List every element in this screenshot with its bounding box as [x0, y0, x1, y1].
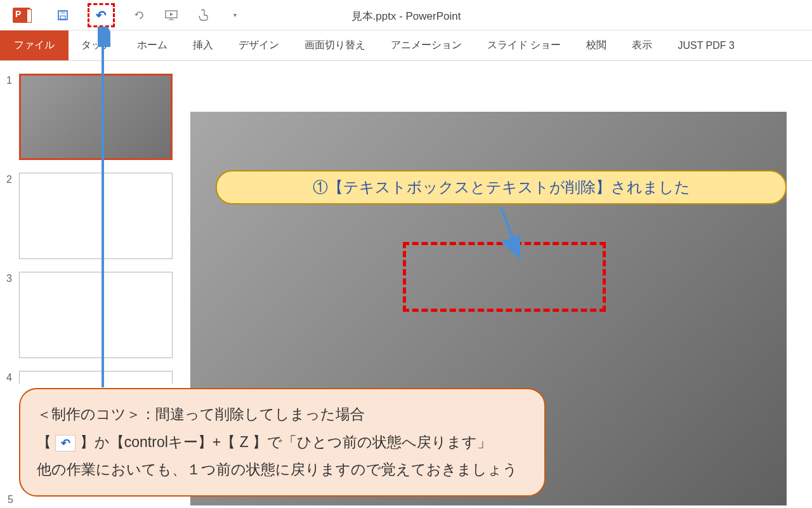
slide-thumbnail-1[interactable] [19, 74, 173, 160]
redo-button[interactable] [133, 8, 147, 22]
thumbnail-number: 2 [6, 173, 19, 185]
annotation-tip-box: ＜制作のコツ＞：間違って削除してしまった場合 【 ↶ 】か【controlキー】… [19, 388, 546, 497]
tab-touch[interactable]: タッチ [69, 30, 124, 60]
undo-button-highlighted[interactable]: ↶ [88, 3, 115, 27]
thumbnail-number: 4 [6, 371, 19, 384]
thumbnail-row: 4 [6, 371, 184, 384]
svg-rect-1 [60, 11, 65, 14]
slide-thumbnail-3[interactable] [19, 272, 173, 358]
thumbnail-row: 1 [6, 74, 184, 160]
callout-text: ①【テキストボックスとテキストが削除】されました [313, 177, 690, 197]
thumbnail-number: 1 [6, 74, 19, 86]
tab-view[interactable]: 表示 [619, 30, 665, 60]
window-title: 見本.pptx - PowerPoint [351, 9, 461, 23]
present-from-start-button[interactable] [164, 8, 178, 22]
svg-line-6 [501, 208, 517, 249]
arrow-undo-to-tip-icon [98, 27, 110, 392]
tip-line-1: ＜制作のコツ＞：間違って削除してしまった場合 [37, 401, 528, 429]
arrow-callout-to-box-icon [482, 204, 520, 262]
tab-transitions[interactable]: 画面切り替え [292, 30, 378, 60]
tip-line-2: 【 ↶ 】か【controlキー】+【 Z 】で「ひとつ前の状態へ戻ります」 [37, 429, 528, 457]
tab-slideshow[interactable]: スライド ショー [475, 30, 573, 60]
tab-home[interactable]: ホーム [124, 30, 180, 60]
tab-justpdf[interactable]: JUST PDF 3 [665, 30, 747, 60]
slide-thumbnail-2[interactable] [19, 173, 173, 259]
tip-line-3: 他の作業においても、１つ前の状態に戻りますので覚えておきましょう [37, 456, 528, 484]
undo-mini-icon: ↶ [55, 435, 75, 451]
save-button[interactable] [56, 8, 70, 22]
powerpoint-logo-icon [13, 8, 30, 23]
touch-mode-button[interactable] [196, 8, 210, 22]
tab-animations[interactable]: アニメーション [378, 30, 475, 60]
annotation-callout-deleted: ①【テキストボックスとテキストが削除】されました [216, 170, 787, 204]
thumbnail-number: 5 [8, 494, 13, 505]
tab-design[interactable]: デザイン [226, 30, 292, 60]
svg-rect-2 [60, 16, 65, 19]
tab-insert[interactable]: 挿入 [180, 30, 226, 60]
customize-qat-button[interactable]: ▾ [228, 8, 242, 22]
quick-access-toolbar: ↶ ▾ [56, 3, 242, 27]
thumbnail-row: 2 [6, 173, 184, 259]
ribbon-tabs: ファイル タッチ ホーム 挿入 デザイン 画面切り替え アニメーション スライド… [0, 30, 812, 61]
tab-file[interactable]: ファイル [0, 30, 69, 60]
thumbnail-number: 3 [6, 272, 19, 284]
slide-thumbnail-4[interactable] [19, 371, 173, 384]
thumbnail-row: 3 [6, 272, 184, 358]
title-bar: ↶ ▾ 見本.pptx - PowerPoint [0, 0, 812, 30]
undo-icon: ↶ [96, 8, 107, 23]
tab-review[interactable]: 校閲 [573, 30, 619, 60]
